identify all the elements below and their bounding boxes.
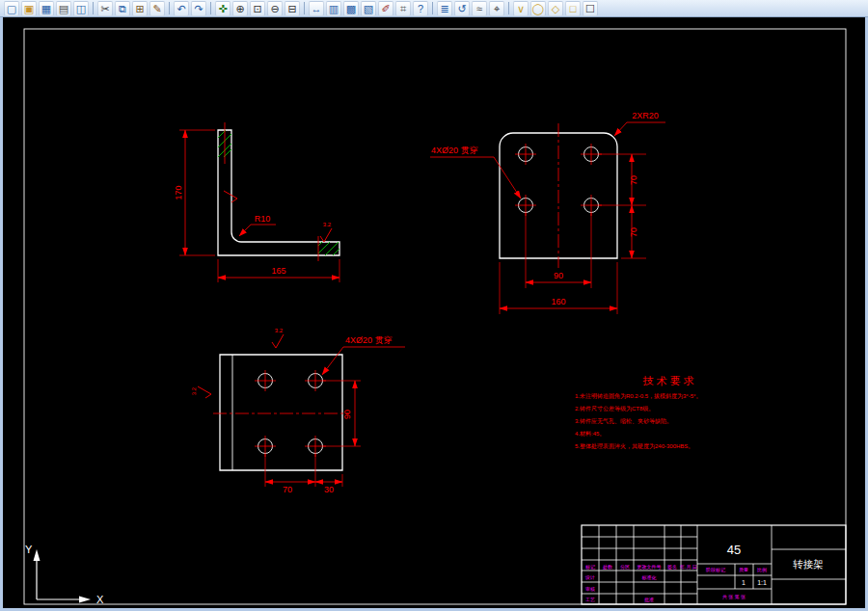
properties-icon[interactable]: ▥ <box>326 1 341 16</box>
new-icon[interactable]: ▢ <box>4 1 19 16</box>
layer-previous-icon[interactable]: ↺ <box>454 1 470 16</box>
undo-icon[interactable]: ↶ <box>174 1 189 16</box>
tech-line: 5.整体处理表面淬火，其硬度为240-300HBS。 <box>575 442 693 450</box>
tb-scale-value: 1:1 <box>757 579 767 586</box>
toolbar-separator <box>169 2 170 14</box>
help-icon[interactable]: ? <box>413 1 428 16</box>
hole-note-label: 4XØ20 贯穿 <box>345 335 393 345</box>
tech-title: 技 术 要 求 <box>642 375 693 386</box>
dim-width-label: 165 <box>271 266 285 276</box>
zoom-out-icon[interactable]: ⊖ <box>267 1 283 16</box>
zoom-previous-icon[interactable]: ⊟ <box>285 1 300 16</box>
toolbar-separator <box>93 2 94 14</box>
toolbar-separator <box>210 2 211 14</box>
dim-70b-label: 70 <box>629 227 638 237</box>
tech-line: 1.未注明铸造圆角为R0.2-0.5，拔模斜度为3°-5°。 <box>575 392 702 400</box>
dim-160-label: 160 <box>551 297 565 306</box>
cad-application-window: ▢▣▦▤◫✂⧉⊞✎↶↷✜⊕⊡⊖⊟↔▥▩▧✐⌗?≣↺≈⌖∨◯◇□☐ <box>0 0 868 611</box>
radius-note-label: R10 <box>255 214 271 224</box>
dim-30-label: 30 <box>324 485 334 494</box>
tb-role-check: 审核 <box>585 586 595 592</box>
material-label: 45 <box>727 543 741 557</box>
zoom-window-icon[interactable]: ⊡ <box>250 1 265 16</box>
distance-icon[interactable]: ↔ <box>309 1 324 16</box>
tb-header-date: 年.月.日 <box>680 564 697 571</box>
designcenter-icon[interactable]: ▩ <box>343 1 359 16</box>
tb-role-approve: 批准 <box>644 597 654 603</box>
open-icon[interactable]: ▣ <box>21 1 37 16</box>
toolbar-separator <box>432 2 433 14</box>
drawing-canvas[interactable]: 170 165 R10 3.2 <box>0 0 868 611</box>
circle-marker-icon[interactable]: ◯ <box>530 1 546 16</box>
part-name-label: 转接架 <box>793 558 824 570</box>
tb-role-process: 工艺 <box>585 597 595 602</box>
finish-value: 3.2 <box>323 222 332 227</box>
tb-header-mark: 标记 <box>584 564 595 571</box>
model-space[interactable] <box>3 17 865 608</box>
toolbar-separator <box>508 2 509 14</box>
tb-sheet-note: 共 张 第 张 <box>722 594 746 600</box>
tb-role-standard: 标准化 <box>641 574 657 581</box>
tb-header-docno: 更改文件号 <box>637 564 662 570</box>
paste-icon[interactable]: ⊞ <box>132 1 148 16</box>
finish-value: 3.2 <box>191 386 197 395</box>
match-properties-icon[interactable]: ✎ <box>149 1 165 16</box>
corner-note-label: 2XR20 <box>632 111 659 120</box>
finish-value: 3.2 <box>275 328 284 333</box>
hole-note-label: 4XØ20 贯穿 <box>431 146 478 155</box>
tb-header-sign: 签名 <box>667 564 677 571</box>
toolbar: ▢▣▦▤◫✂⧉⊞✎↶↷✜⊕⊡⊖⊟↔▥▩▧✐⌗?≣↺≈⌖∨◯◇□☐ <box>0 0 868 17</box>
ucs-x-label: X <box>96 594 104 605</box>
zoom-realtime-icon[interactable]: ⊕ <box>232 1 248 16</box>
tb-mass-label: 质量 <box>739 567 748 572</box>
tool-palettes-icon[interactable]: ▧ <box>361 1 376 16</box>
save-icon[interactable]: ▦ <box>39 1 54 16</box>
tb-role-design: 设计 <box>584 574 595 580</box>
dim-height-label: 170 <box>174 185 183 199</box>
tech-line: 3.铸件应无气孔、缩松、夹砂等缺陷。 <box>575 417 672 425</box>
redo-icon[interactable]: ↷ <box>191 1 206 16</box>
linetype-icon[interactable]: ≈ <box>472 1 487 16</box>
tb-mass-value: 1 <box>742 579 746 586</box>
tb-scale-label: 比例 <box>757 567 767 573</box>
tb-header-count: 处数 <box>603 564 612 571</box>
toolbar-separator <box>304 2 305 14</box>
dim-90-label: 90 <box>554 271 563 280</box>
diamond-marker-icon[interactable]: ◇ <box>548 1 563 16</box>
dim-70a-label: 70 <box>629 175 638 185</box>
tb-stage-label: 阶段标记 <box>706 567 725 573</box>
markup-icon[interactable]: ✐ <box>378 1 393 16</box>
layers-icon[interactable]: ≣ <box>437 1 452 16</box>
checkbox-icon[interactable]: ☐ <box>583 1 598 16</box>
tech-line: 4.材料:45。 <box>575 431 605 438</box>
ucs-y-label: Y <box>25 544 33 555</box>
snap-marker-icon[interactable]: ∨ <box>513 1 529 16</box>
osnap-icon[interactable]: ⌖ <box>489 1 504 16</box>
tb-header-zone: 分区 <box>620 564 630 570</box>
tech-line: 2.铸件尺寸公差等级为CT8级。 <box>575 405 654 412</box>
cut-icon[interactable]: ✂ <box>97 1 113 16</box>
pan-icon[interactable]: ✜ <box>215 1 231 16</box>
preview-icon[interactable]: ◫ <box>73 1 89 16</box>
calculator-icon[interactable]: ⌗ <box>395 1 411 16</box>
square-marker-icon[interactable]: □ <box>565 1 581 16</box>
dim-90-label: 90 <box>342 410 352 419</box>
plot-icon[interactable]: ▤ <box>56 1 71 16</box>
copy-icon[interactable]: ⧉ <box>115 1 130 16</box>
dim-70-label: 70 <box>283 485 292 494</box>
